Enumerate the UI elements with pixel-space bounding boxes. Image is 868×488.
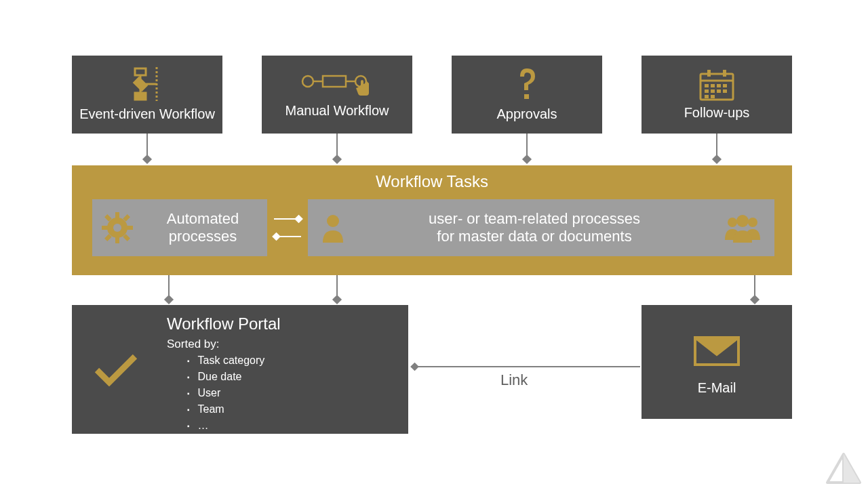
brand-logo-icon: [825, 451, 863, 485]
svg-rect-1: [134, 78, 146, 90]
email-card: E-Mail: [642, 305, 792, 419]
user-icon: [320, 213, 346, 243]
arrow-approvals-to-tasks: [526, 134, 528, 162]
portal-sort-item: User: [187, 385, 281, 401]
users-group-icon: [723, 213, 762, 243]
envelope-icon: [693, 334, 741, 368]
arrow-tasks-to-portal-1: [168, 275, 170, 302]
card-approvals: Approvals: [452, 56, 602, 134]
arrow-manual-to-tasks: [336, 134, 338, 162]
card-approvals-label: Approvals: [497, 106, 557, 122]
svg-rect-21: [723, 84, 727, 87]
portal-sort-item: …: [187, 418, 281, 434]
question-icon: [515, 67, 539, 102]
svg-rect-32: [126, 226, 133, 230]
svg-rect-26: [705, 95, 709, 98]
svg-rect-31: [102, 226, 108, 230]
svg-rect-2: [135, 93, 146, 100]
svg-point-40: [748, 218, 757, 227]
svg-rect-12: [361, 80, 363, 87]
svg-rect-23: [711, 89, 715, 93]
svg-rect-20: [717, 84, 721, 87]
card-manual-workflow: Manual Workflow: [262, 56, 412, 134]
svg-rect-17: [723, 70, 726, 77]
svg-rect-24: [717, 89, 721, 93]
card-followups-label: Follow-ups: [684, 105, 750, 121]
workflow-portal-card: Workflow Portal Sorted by: Task category…: [72, 305, 408, 434]
svg-rect-16: [707, 70, 711, 77]
email-label: E-Mail: [698, 380, 736, 396]
portal-sort-list: Task categoryDue dateUserTeam…: [187, 352, 281, 434]
arrow-followups-to-tasks: [716, 134, 717, 162]
portal-sort-item: Due date: [187, 369, 281, 385]
portal-title: Workflow Portal: [167, 314, 281, 333]
portal-sort-item: Task category: [187, 352, 281, 369]
workflow-tasks-container: Workflow Tasks Automated processes .harr…: [72, 165, 792, 275]
arrow-tasks-to-email: [754, 275, 755, 302]
svg-rect-13: [524, 94, 529, 99]
arrow-email-to-portal: [412, 366, 640, 367]
arrow-tasks-to-portal-2: [336, 275, 338, 302]
arrow-auto-to-user: [274, 218, 301, 220]
portal-sorted-by: Sorted by:: [167, 338, 281, 351]
user-label-1: user- or team-related processes: [346, 210, 723, 228]
svg-rect-22: [705, 89, 709, 93]
automated-processes-box: Automated processes: [92, 199, 267, 256]
card-event-label: Event-driven Workflow: [79, 106, 215, 122]
svg-rect-19: [711, 84, 715, 87]
svg-point-41: [736, 215, 749, 227]
svg-point-39: [728, 218, 737, 227]
checkmark-icon: [94, 352, 138, 386]
svg-rect-18: [705, 84, 709, 87]
svg-rect-0: [135, 68, 146, 75]
calendar-icon: [698, 68, 736, 102]
user-team-processes-box: user- or team-related processes for mast…: [308, 199, 774, 256]
svg-rect-30: [115, 237, 119, 243]
user-label-2: for master data or documents: [346, 228, 723, 245]
card-followups: Follow-ups: [642, 56, 792, 134]
card-event-driven: Event-driven Workflow: [72, 56, 222, 134]
gear-icon: [102, 212, 133, 243]
svg-rect-9: [323, 76, 346, 87]
svg-rect-29: [115, 212, 119, 219]
card-manual-label: Manual Workflow: [285, 103, 389, 119]
arrow-user-to-auto: [274, 236, 301, 237]
automated-label-2: processes: [145, 228, 260, 245]
svg-point-7: [302, 76, 313, 87]
automated-label-1: Automated: [145, 210, 260, 228]
link-label: Link: [500, 371, 528, 389]
flowchart-icon: [128, 67, 166, 101]
manual-process-icon: [300, 70, 374, 100]
portal-sort-item: Team: [187, 401, 281, 418]
arrow-event-to-tasks: [146, 134, 148, 162]
svg-rect-25: [723, 89, 727, 93]
svg-point-37: [113, 224, 121, 232]
workflow-tasks-title: Workflow Tasks: [72, 165, 792, 195]
svg-rect-27: [711, 95, 715, 98]
svg-point-38: [327, 215, 339, 227]
